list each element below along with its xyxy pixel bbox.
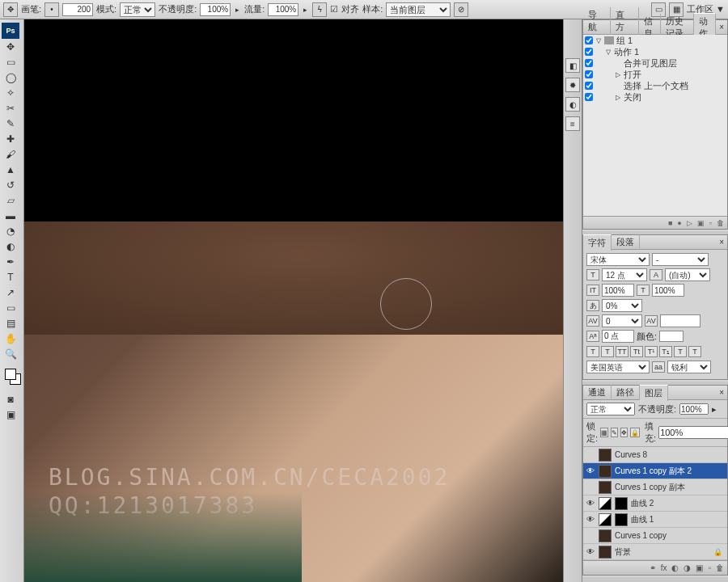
layer-row[interactable]: 👁曲线 2 (583, 496, 727, 512)
group-icon[interactable]: ▣ (696, 563, 703, 572)
gradient-tool-icon[interactable]: ▬ (2, 209, 19, 223)
blur-tool-icon[interactable]: ◔ (2, 224, 19, 238)
fill-input[interactable] (658, 426, 728, 439)
rail-icon-4[interactable]: ≡ (565, 116, 580, 131)
quickmask-icon[interactable]: ◙ (2, 392, 19, 407)
action-row[interactable]: 合并可见图层 (583, 57, 727, 69)
bold-icon[interactable]: T (586, 346, 599, 357)
new-set-icon[interactable]: ▣ (697, 219, 705, 227)
smallcaps-icon[interactable]: Tt (630, 346, 643, 357)
flow-input[interactable] (268, 3, 298, 16)
tab-channels[interactable]: 通道 (583, 385, 612, 400)
airbrush-icon[interactable]: ϟ (312, 2, 327, 17)
color-swatches[interactable] (5, 369, 21, 391)
action-row[interactable]: ▷打开 (583, 69, 727, 80)
rail-icon-2[interactable]: ✹ (565, 78, 580, 92)
wand-tool-icon[interactable]: ✧ (2, 86, 19, 100)
trash-icon[interactable]: 🗑 (717, 219, 724, 227)
rail-icon-3[interactable]: ◐ (565, 97, 580, 112)
lock-position-icon[interactable]: ✥ (620, 428, 628, 437)
lock-transparency-icon[interactable]: ▦ (600, 428, 608, 437)
delete-layer-icon[interactable]: 🗑 (716, 563, 724, 572)
visibility-icon[interactable]: 👁 (585, 546, 596, 558)
hand-tool-icon[interactable]: ✋ (2, 331, 19, 346)
action-toggle[interactable] (585, 70, 593, 78)
tab-paragraph[interactable]: 段落 (612, 234, 640, 250)
action-toggle[interactable] (585, 93, 593, 101)
close-icon[interactable]: × (716, 238, 727, 247)
visibility-icon[interactable] (585, 449, 596, 461)
type-tool-icon[interactable]: T (2, 270, 19, 285)
action-row[interactable]: ▷关闭 (583, 91, 727, 103)
action-toggle[interactable] (585, 82, 593, 90)
text-color-swatch[interactable] (659, 331, 684, 342)
superscript-icon[interactable]: T¹ (645, 346, 658, 357)
dodge-tool-icon[interactable]: ◐ (2, 239, 19, 254)
rail-icon-1[interactable]: ◧ (565, 58, 580, 73)
align-checkbox-label[interactable]: ☑ (330, 4, 338, 15)
layer-opacity-input[interactable] (679, 403, 709, 415)
layer-row[interactable]: 👁背景🔒 (583, 544, 727, 560)
strike-icon[interactable]: T (688, 346, 701, 357)
layer-row[interactable]: 👁曲线 1 (583, 512, 727, 528)
history-brush-icon[interactable]: ↺ (2, 178, 19, 192)
font-style-select[interactable]: - (652, 253, 709, 266)
marquee-tool-icon[interactable]: ▭ (2, 55, 19, 70)
visibility-icon[interactable]: 👁 (585, 514, 596, 525)
sample-select[interactable]: 当前图层 (386, 2, 451, 17)
tab-character[interactable]: 字符 (583, 234, 612, 251)
tracking-select[interactable]: 0 (602, 314, 642, 327)
subscript-icon[interactable]: T₁ (659, 346, 672, 357)
underline-icon[interactable]: T (674, 346, 687, 357)
crop-tool-icon[interactable]: ✂ (2, 101, 19, 116)
action-row[interactable]: ▽动作 1 (583, 46, 727, 57)
flow-arrow-icon[interactable]: ▸ (302, 6, 309, 14)
vscale-input[interactable] (602, 284, 634, 297)
allcaps-icon[interactable]: TT (616, 346, 629, 357)
adjustment-icon[interactable]: ◑ (684, 563, 691, 572)
tracking2-input[interactable] (660, 314, 700, 327)
opacity-arrow-icon[interactable]: ▸ (712, 404, 717, 415)
action-toggle[interactable] (585, 36, 593, 44)
lasso-tool-icon[interactable]: ◯ (2, 70, 19, 85)
action-row[interactable]: 选择 上一个文档 (583, 80, 727, 91)
canvas[interactable]: BLOG.SINA.COM.CN/CECA2002 QQ:1213017383 (24, 19, 579, 582)
tab-paths[interactable]: 路径 (612, 385, 640, 400)
healing-tool-icon[interactable]: ✚ (2, 132, 19, 146)
opacity-input[interactable] (200, 3, 231, 16)
tab-layers[interactable]: 图层 (640, 385, 668, 401)
fx-icon[interactable]: fx (661, 563, 667, 572)
layer-row[interactable]: 👁Curves 1 copy 副本 2 (583, 463, 727, 479)
close-icon[interactable]: × (716, 23, 727, 32)
action-row[interactable]: ▽组 1 (583, 35, 727, 46)
record-icon[interactable]: ● (677, 219, 681, 227)
tool-preset-icon[interactable]: ✥ (3, 2, 18, 17)
visibility-icon[interactable] (585, 530, 596, 542)
mask-icon[interactable]: ◐ (671, 563, 679, 572)
eraser-tool-icon[interactable]: ▱ (2, 193, 19, 208)
layer-row[interactable]: Curves 1 copy (583, 528, 727, 544)
action-toggle[interactable] (585, 48, 593, 56)
leading-select[interactable]: (自动) (665, 268, 710, 281)
layer-row[interactable]: Curves 8 (583, 447, 727, 463)
action-toggle[interactable] (585, 59, 593, 67)
antialias-select[interactable]: 锐利 (667, 361, 711, 373)
sample-ignore-icon[interactable]: ⊘ (454, 2, 468, 17)
stamp-tool-icon[interactable]: ▲ (2, 162, 19, 177)
brush-tool-icon[interactable]: 🖌 (2, 147, 19, 162)
brush-size-input[interactable] (62, 3, 93, 16)
pen-tool-icon[interactable]: ✒ (2, 255, 19, 269)
blend-mode-select[interactable]: 正常 (120, 2, 155, 17)
hscale-input[interactable] (652, 284, 684, 297)
opacity-arrow-icon[interactable]: ▸ (234, 6, 241, 14)
new-layer-icon[interactable]: ▫ (708, 563, 711, 572)
foreground-swatch[interactable] (5, 369, 16, 380)
ps-logo-icon[interactable]: Ps (2, 23, 19, 39)
lock-pixels-icon[interactable]: ✎ (611, 428, 618, 437)
visibility-icon[interactable]: 👁 (585, 466, 596, 477)
kerning-select[interactable]: 0% (602, 299, 642, 312)
shape-tool-icon[interactable]: ▭ (2, 301, 19, 315)
visibility-icon[interactable] (585, 482, 596, 493)
font-family-select[interactable]: 宋体 (586, 253, 650, 266)
close-icon[interactable]: × (716, 388, 727, 397)
